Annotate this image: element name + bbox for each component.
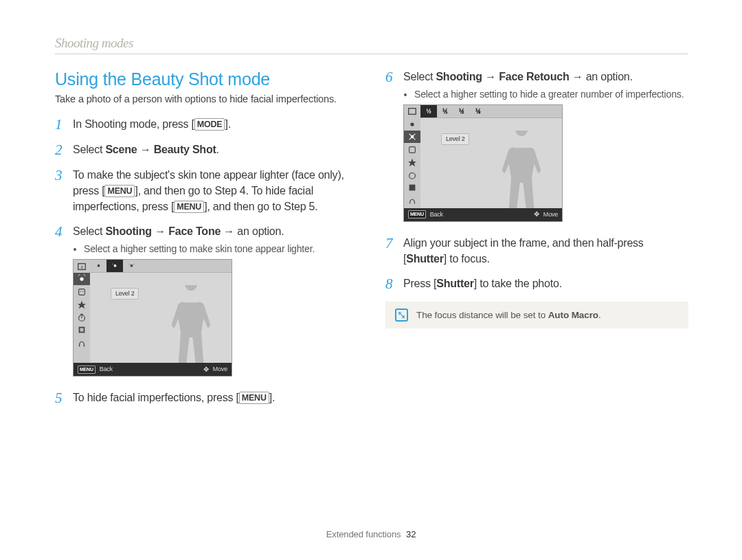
step-3: To make the subject's skin tone appear l… bbox=[73, 168, 358, 214]
lcd-back-label: Back bbox=[430, 210, 443, 219]
svg-point-20 bbox=[411, 135, 414, 138]
nav-icon: ✥ bbox=[203, 365, 209, 374]
step-4: Select Shooting → Face Tone → an option.… bbox=[73, 224, 358, 381]
section-label: Shooting modes bbox=[55, 36, 688, 51]
lcd-tab-half-selected: ½ bbox=[420, 105, 437, 117]
step-number-4: 4 bbox=[55, 224, 66, 381]
sharp-icon bbox=[74, 324, 90, 337]
key-menu: MENU bbox=[104, 185, 135, 197]
svg-point-17 bbox=[133, 263, 134, 264]
step-number-2: 2 bbox=[55, 142, 66, 158]
quality-icon bbox=[74, 298, 90, 311]
lcd-topbar: ½ ⅟₁ ⅟₂ ⅟₃ bbox=[420, 105, 562, 118]
res-icon bbox=[404, 105, 420, 118]
step-2: Select Scene → Beauty Shot. bbox=[73, 142, 358, 158]
svg-text:8: 8 bbox=[81, 265, 83, 269]
lcd-tab-3 bbox=[123, 260, 139, 272]
timer-icon bbox=[404, 168, 420, 181]
page-title: Using the Beauty Shot mode bbox=[55, 69, 358, 89]
step-6: Select Shooting → Face Retouch → an opti… bbox=[403, 69, 688, 226]
step-4-bullet: Select a higher setting to make skin ton… bbox=[84, 243, 358, 255]
svg-point-14 bbox=[112, 263, 113, 264]
faceretouch-icon bbox=[404, 131, 420, 144]
svg-point-11 bbox=[84, 345, 85, 346]
quality-icon bbox=[404, 156, 420, 169]
lcd-facetone: 8 bbox=[73, 259, 232, 377]
key-mode: MODE bbox=[194, 118, 225, 131]
key-menu: MENU bbox=[239, 392, 269, 404]
note-icon bbox=[395, 309, 408, 322]
is-icon bbox=[404, 194, 420, 207]
lcd-tab-2-selected bbox=[106, 260, 123, 272]
step-6-bullet: Select a higher setting to hide a greate… bbox=[414, 88, 688, 100]
svg-point-10 bbox=[79, 345, 80, 346]
svg-rect-18 bbox=[409, 109, 416, 115]
person-silhouette-icon bbox=[497, 131, 546, 208]
lcd-menu-key-icon: MENU bbox=[78, 366, 95, 374]
svg-rect-9 bbox=[80, 328, 83, 331]
right-column: 6 Select Shooting → Face Retouch → an op… bbox=[385, 69, 688, 416]
res-icon: 8 bbox=[74, 260, 90, 273]
sharp-icon bbox=[404, 181, 420, 194]
step-number-7: 7 bbox=[385, 236, 396, 267]
svg-point-2 bbox=[80, 277, 83, 280]
nav-icon: ✥ bbox=[534, 210, 539, 219]
intro-text: Take a photo of a person with options to… bbox=[55, 93, 358, 104]
svg-point-12 bbox=[97, 265, 100, 267]
svg-point-19 bbox=[410, 122, 414, 126]
svg-point-16 bbox=[128, 263, 129, 264]
svg-point-22 bbox=[409, 172, 416, 179]
note-box: The focus distance will be set to Auto M… bbox=[385, 302, 688, 328]
key-menu: MENU bbox=[174, 201, 204, 213]
left-column: Using the Beauty Shot mode Take a photo … bbox=[55, 69, 358, 416]
svg-rect-3 bbox=[79, 289, 85, 295]
lcd-tab-1-1: ⅟₁ bbox=[437, 105, 453, 117]
footer-page-number: 32 bbox=[406, 529, 416, 539]
face-detect-icon bbox=[74, 285, 90, 298]
step-number-5: 5 bbox=[55, 390, 66, 406]
footer: Extended functions 32 bbox=[0, 529, 742, 539]
step-8: Press [Shutter] to take the photo. bbox=[403, 276, 688, 292]
svg-point-4 bbox=[80, 291, 81, 291]
lcd-menu-key-icon: MENU bbox=[408, 210, 426, 219]
facetone-icon bbox=[74, 273, 90, 286]
svg-point-5 bbox=[82, 291, 83, 291]
lcd-tab-1-2: ⅟₂ bbox=[453, 105, 470, 117]
svg-point-15 bbox=[130, 265, 133, 267]
is-icon bbox=[74, 336, 90, 349]
step-1: In Shooting mode, press [MODE]. bbox=[73, 117, 358, 133]
svg-rect-7 bbox=[80, 313, 83, 314]
lcd-sidebar bbox=[404, 105, 420, 208]
lcd-bottom-bar: MENU Back ✥ Move bbox=[404, 208, 562, 221]
svg-rect-23 bbox=[409, 185, 416, 191]
lcd-bottom-bar: MENU Back ✥ Move bbox=[74, 363, 232, 376]
lcd-tab-1 bbox=[90, 260, 106, 272]
note-text: The focus distance will be set to Auto M… bbox=[416, 310, 601, 320]
step-7: Align your subject in the frame, and the… bbox=[403, 236, 688, 267]
step-number-3: 3 bbox=[55, 168, 66, 214]
face-detect-icon bbox=[404, 143, 420, 156]
step-5: To hide facial imperfections, press [MEN… bbox=[73, 390, 358, 406]
lcd-level-label: Level 2 bbox=[441, 133, 469, 145]
lcd-tab-1-3: ⅟₃ bbox=[470, 105, 486, 117]
facetone-icon bbox=[404, 117, 420, 131]
lcd-back-label: Back bbox=[100, 365, 113, 374]
divider bbox=[55, 54, 688, 54]
lcd-topbar bbox=[90, 260, 232, 273]
footer-label: Extended functions bbox=[326, 529, 401, 539]
svg-point-13 bbox=[113, 265, 116, 267]
lcd-sidebar: 8 bbox=[74, 260, 90, 363]
timer-icon bbox=[74, 311, 90, 324]
person-silhouette-icon bbox=[167, 285, 215, 363]
lcd-faceretouch: ½ ⅟₁ ⅟₂ ⅟₃ Level 2 bbox=[403, 104, 563, 222]
lcd-move-label: Move bbox=[213, 365, 227, 374]
lcd-move-label: Move bbox=[543, 210, 558, 219]
svg-rect-21 bbox=[409, 146, 416, 153]
step-number-8: 8 bbox=[385, 276, 396, 292]
step-number-6: 6 bbox=[385, 69, 396, 226]
step-number-1: 1 bbox=[55, 117, 66, 133]
lcd-level-label: Level 2 bbox=[111, 288, 139, 300]
